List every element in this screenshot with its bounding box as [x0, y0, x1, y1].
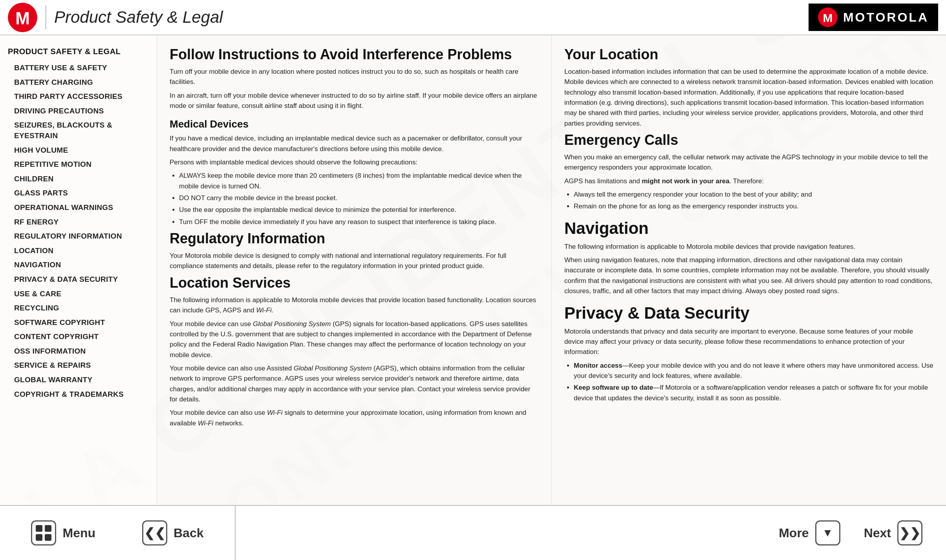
- content-area: Follow Instructions to Avoid Interferenc…: [157, 35, 946, 505]
- svg-text:M: M: [823, 11, 833, 24]
- bullet-list-rich: Monitor access—Keep your mobile device w…: [574, 361, 933, 403]
- more-label: More: [779, 526, 809, 540]
- section-paragraph: Persons with implantable medical devices…: [170, 157, 539, 168]
- sidebar-item-rf-energy[interactable]: RF ENERGY: [8, 215, 157, 230]
- sidebar-section-title: PRODUCT SAFETY & LEGAL: [8, 47, 157, 56]
- section-paragraph: If you have a medical device, including …: [170, 133, 539, 154]
- main-content: PRODUCT SAFETY & LEGAL BATTERY USE & SAF…: [0, 35, 946, 505]
- section-heading: Your Location: [564, 46, 933, 63]
- sidebar-item-software-copyright[interactable]: SOFTWARE COPYRIGHT: [8, 316, 157, 330]
- motorola-brand-text: MOTOROLA: [843, 10, 929, 25]
- svg-text:M: M: [15, 9, 30, 28]
- menu-button[interactable]: Menu: [31, 520, 95, 545]
- footer-left: Menu ❮❮ Back: [0, 506, 236, 560]
- section-paragraph: Your mobile device can also use Assisted…: [170, 363, 539, 405]
- section-heading: Privacy & Data Security: [564, 304, 933, 323]
- sidebar-item-service-repairs[interactable]: SERVICE & REPAIRS: [8, 358, 157, 373]
- page-title: Product Safety & Legal: [54, 8, 809, 27]
- motorola-logo-header: M: [8, 3, 37, 32]
- back-button[interactable]: ❮❮ Back: [142, 520, 204, 545]
- sidebar-item-use-care[interactable]: USE & CARE: [8, 287, 157, 301]
- bullet-item-rich: Monitor access—Keep your mobile device w…: [574, 361, 933, 381]
- content-left: Follow Instructions to Avoid Interferenc…: [157, 35, 552, 505]
- header-divider: [45, 5, 46, 29]
- content-right: Your LocationLocation-based information …: [552, 35, 946, 505]
- sidebar-item-driving-precautions[interactable]: DRIVING PRECAUTIONS: [8, 104, 157, 119]
- menu-icon: [31, 520, 56, 545]
- section-paragraph: Your mobile device can also use Wi-Fi si…: [170, 408, 539, 429]
- sidebar-item-content-copyright[interactable]: CONTENT COPYRIGHT: [8, 330, 157, 344]
- section-paragraph: When you make an emergency call, the cel…: [564, 152, 933, 173]
- section-paragraph: Your Motorola mobile device is designed …: [170, 251, 539, 272]
- next-icon: ❯❯: [897, 520, 922, 545]
- sidebar-item-seizures[interactable]: SEIZURES, BLACKOUTS & EYESTRAIN: [8, 118, 157, 143]
- sidebar-item-high-volume[interactable]: HIGH VOLUME: [8, 143, 157, 158]
- sidebar-item-battery-use-safety[interactable]: BATTERY USE & SAFETY: [8, 61, 157, 75]
- bullet-item: DO NOT carry the mobile device in the br…: [179, 193, 539, 203]
- bullet-item: Use the ear opposite the implantable med…: [179, 205, 539, 215]
- section-heading: Navigation: [564, 219, 933, 238]
- bullet-item: Always tell the emergency responder your…: [574, 190, 933, 200]
- section-paragraph: The following information is applicable …: [564, 242, 933, 252]
- bullet-item: Remain on the phone for as long as the e…: [574, 201, 933, 212]
- section-heading: Follow Instructions to Avoid Interferenc…: [170, 46, 539, 63]
- section-paragraph: In an aircraft, turn off your mobile dev…: [170, 91, 539, 111]
- bullet-item: ALWAYS keep the mobile device more than …: [179, 171, 539, 192]
- sidebar-item-third-party-accessories[interactable]: THIRD PARTY ACCESSORIES: [8, 89, 157, 104]
- bullet-item: Turn OFF the mobile device immediately i…: [179, 217, 539, 227]
- bullet-item-rich: Keep software up to date—If Motorola or …: [574, 383, 933, 403]
- motorola-brand: M MOTOROLA: [809, 4, 938, 31]
- next-label: Next: [864, 526, 891, 540]
- sidebar-item-privacy-data-security[interactable]: PRIVACY & DATA SECURITY: [8, 272, 157, 287]
- menu-grid-icon: [36, 525, 51, 541]
- section-heading: Emergency Calls: [564, 132, 933, 148]
- sidebar-item-recycling[interactable]: RECYCLING: [8, 301, 157, 316]
- sidebar: PRODUCT SAFETY & LEGAL BATTERY USE & SAF…: [0, 35, 157, 505]
- footer-right: More ▼ Next ❯❯: [236, 506, 946, 560]
- more-icon: ▼: [815, 520, 840, 545]
- back-icon: ❮❮: [142, 520, 167, 545]
- section-paragraph: Your mobile device can use Global Positi…: [170, 319, 539, 360]
- section-paragraph: When using navigation features, note tha…: [564, 255, 933, 296]
- section-heading: Regulatory Information: [170, 230, 539, 247]
- more-button[interactable]: More ▼: [779, 520, 840, 545]
- bullet-list: ALWAYS keep the mobile device more than …: [179, 171, 539, 227]
- sidebar-item-regulatory-information[interactable]: REGULATORY INFORMATION: [8, 229, 157, 244]
- sidebar-item-location[interactable]: LOCATION: [8, 244, 157, 258]
- section-heading: Medical Devices: [170, 118, 539, 130]
- sidebar-item-global-warranty[interactable]: GLOBAL WARRANTY: [8, 373, 157, 387]
- sidebar-item-navigation[interactable]: NAVIGATION: [8, 258, 157, 272]
- section-heading: Location Services: [170, 275, 539, 291]
- sidebar-item-repetitive-motion[interactable]: REPETITIVE MOTION: [8, 157, 157, 172]
- section-paragraph: Motorola understands that privacy and da…: [564, 327, 933, 358]
- section-paragraph: Location-based information includes info…: [564, 67, 933, 129]
- sidebar-item-oss-information[interactable]: OSS INFORMATION: [8, 344, 157, 359]
- motorola-brand-logo: M: [818, 7, 838, 27]
- section-paragraph: Turn off your mobile device in any locat…: [170, 67, 539, 88]
- header: M Product Safety & Legal M MOTOROLA: [0, 0, 946, 35]
- menu-label: Menu: [62, 526, 95, 540]
- next-button[interactable]: Next ❯❯: [864, 520, 922, 545]
- section-paragraph: AGPS has limitations and might not work …: [564, 176, 933, 186]
- sidebar-items: BATTERY USE & SAFETYBATTERY CHARGINGTHIR…: [8, 61, 157, 401]
- sidebar-item-operational-warnings[interactable]: OPERATIONAL WARNINGS: [8, 201, 157, 215]
- sidebar-item-glass-parts[interactable]: GLASS PARTS: [8, 186, 157, 201]
- back-label: Back: [174, 526, 204, 540]
- bullet-list: Always tell the emergency responder your…: [574, 190, 933, 212]
- sidebar-item-children[interactable]: CHILDREN: [8, 172, 157, 186]
- sidebar-item-battery-charging[interactable]: BATTERY CHARGING: [8, 75, 157, 90]
- footer: Menu ❮❮ Back More ▼ Next ❯❯: [0, 505, 946, 560]
- section-paragraph: The following information is applicable …: [170, 295, 539, 316]
- sidebar-item-copyright-trademarks[interactable]: COPYRIGHT & TRADEMARKS: [8, 387, 157, 402]
